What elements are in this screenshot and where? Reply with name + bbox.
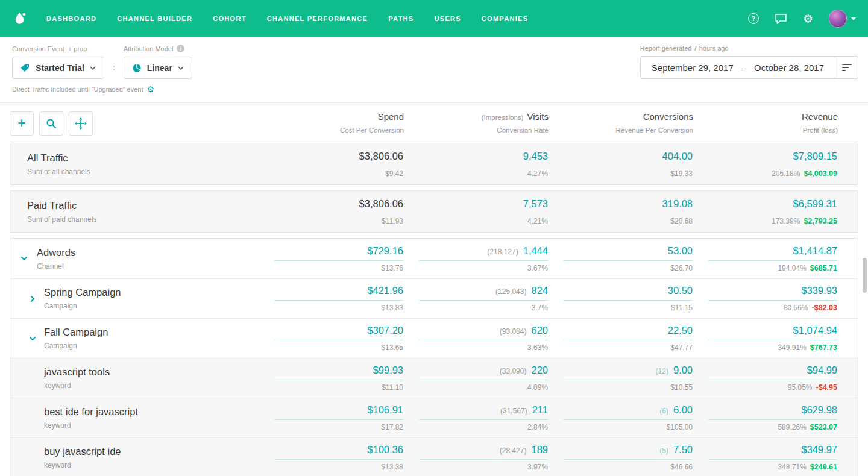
spend-value[interactable]: $421.96 (367, 285, 403, 296)
revenue-value[interactable]: $7,809.15 (793, 151, 837, 161)
column-title: Conversions (643, 111, 693, 122)
visits-cell: (31,567)2112.84% (403, 404, 548, 431)
revenue-value[interactable]: $94.99 (807, 365, 837, 375)
attribution-model-dropdown[interactable]: Linear (124, 57, 192, 79)
conversions-sub-value: $26.70 (548, 264, 693, 272)
row-sublabel: Campaign (44, 302, 259, 310)
nav-item-users[interactable]: USERS (434, 15, 461, 22)
visits-cell: 7,5734.21% (403, 198, 548, 225)
settings-gear-icon[interactable]: ⚙ (146, 84, 154, 94)
spend-value: $3,806.06 (359, 151, 403, 161)
table-row: Spring CampaignCampaign$421.96$13.83(125… (10, 278, 858, 318)
account-menu[interactable] (829, 10, 856, 28)
profit-value: $249.61 (810, 463, 837, 471)
conversions-sub-value: $19.33 (548, 169, 693, 178)
nav-item-paths[interactable]: PATHS (388, 15, 414, 22)
nav-item-channel-builder[interactable]: CHANNEL BUILDER (117, 15, 192, 22)
row-title[interactable]: Fall Campaign (44, 327, 259, 338)
revenue-value[interactable]: $1,414.87 (793, 245, 837, 256)
add-prop-link[interactable]: + prop (68, 45, 87, 52)
report-options-button[interactable] (835, 56, 858, 79)
reorder-button[interactable] (69, 111, 93, 136)
visits-value[interactable]: 7,573 (523, 198, 548, 209)
date-start: September 29, 2017 (652, 63, 734, 73)
revenue-value[interactable]: $629.98 (801, 404, 837, 415)
conversions-value[interactable]: 6.00 (673, 404, 693, 415)
conversions-value[interactable]: 22.50 (668, 325, 693, 336)
spend-value[interactable]: $729.16 (367, 245, 403, 256)
row-title[interactable]: Paid Traffic (27, 200, 259, 211)
help-icon[interactable]: ? (748, 13, 759, 24)
row-title[interactable]: All Traffic (27, 152, 259, 164)
column-headers: SpendCost Per Conversion(Impressions)Vis… (93, 111, 858, 134)
conversions-value[interactable]: 30.50 (668, 285, 693, 296)
row-title[interactable]: Spring Campaign (44, 287, 259, 298)
search-button[interactable] (39, 111, 63, 136)
nav-items: DASHBOARDCHANNEL BUILDERCOHORTCHANNEL PE… (46, 15, 528, 22)
row-title[interactable]: javascript tools (44, 366, 259, 378)
revenue-value[interactable]: $6,599.31 (793, 198, 837, 209)
revenue-cell: $94.9995.05%-$4.95 (693, 365, 837, 392)
visits-value[interactable]: 824 (531, 285, 548, 296)
nav-item-channel-performance[interactable]: CHANNEL PERFORMANCE (267, 15, 368, 22)
column-subtitle: Cost Per Conversion (259, 127, 404, 134)
revenue-cell: $349.97348.71%$249.61 (693, 444, 837, 471)
profit-percent: 194.04% (778, 264, 806, 272)
spend-value[interactable]: $307.20 (367, 325, 403, 336)
info-icon[interactable]: i (177, 45, 184, 52)
revenue-value[interactable]: $339.93 (801, 285, 837, 296)
chevron-right-icon[interactable] (28, 295, 37, 303)
add-channel-button[interactable]: + (10, 111, 34, 136)
conversions-value[interactable]: 7.50 (673, 444, 693, 455)
chevron-down-icon[interactable] (28, 334, 37, 343)
spend-sub-value: $13.65 (259, 343, 403, 352)
visits-value[interactable]: 1,444 (523, 245, 548, 256)
row-sublabel: Channel (37, 262, 259, 271)
top-nav: DASHBOARDCHANNEL BUILDERCOHORTCHANNEL PE… (0, 0, 868, 37)
nav-item-cohort[interactable]: COHORT (213, 15, 246, 22)
filter-bar: Conversion Event + prop Started Trial : … (0, 37, 868, 103)
nav-item-dashboard[interactable]: DASHBOARD (46, 15, 96, 22)
visits-sub-value: 3.67% (403, 264, 548, 272)
revenue-value[interactable]: $349.97 (801, 444, 837, 455)
gear-icon[interactable]: ⚙ (803, 13, 813, 25)
attribution-logo[interactable] (12, 11, 27, 27)
vertical-scrollbar[interactable] (863, 258, 867, 293)
profit-percent: 95.05% (788, 383, 813, 392)
visits-value[interactable]: 620 (531, 325, 548, 336)
spend-cell: $307.20$13.65 (259, 325, 403, 352)
move-icon (75, 117, 87, 130)
row-title[interactable]: best ide for javascript (44, 406, 259, 418)
chat-icon[interactable] (775, 13, 787, 25)
conversions-value[interactable]: 319.08 (662, 198, 693, 209)
visits-value[interactable]: 9,453 (523, 151, 548, 161)
row-title[interactable]: Adwords (37, 247, 259, 258)
spend-value[interactable]: $100.36 (367, 444, 403, 455)
visits-value[interactable]: 211 (532, 404, 548, 415)
column-header-conversions: ConversionsRevenue Per Conversion (549, 111, 693, 134)
spend-value[interactable]: $106.91 (367, 404, 403, 415)
avatar[interactable] (829, 10, 847, 28)
spend-sub-value: $11.93 (259, 217, 403, 225)
conversions-sub-value: $46.66 (548, 463, 693, 471)
nav-item-companies[interactable]: COMPANIES (482, 15, 529, 22)
spend-value[interactable]: $99.93 (373, 365, 403, 375)
report-controls: Report generated 7 hours ago September 2… (640, 45, 858, 79)
conversions-value[interactable]: 9.00 (673, 365, 693, 375)
chevron-down-icon[interactable] (20, 254, 28, 263)
date-range-picker[interactable]: September 29, 2017 – October 28, 2017 (640, 56, 835, 79)
conversions-sub-value: $20.68 (548, 217, 693, 225)
column-title: Visits (527, 111, 549, 122)
conversions-value[interactable]: 404.00 (662, 151, 693, 161)
visits-value[interactable]: 189 (531, 444, 548, 455)
profit-value: $685.71 (810, 264, 837, 272)
row-title[interactable]: buy javascript ide (44, 446, 259, 457)
column-subtitle: Conversion Rate (404, 127, 549, 134)
logo-flame-icon (12, 11, 27, 27)
conversions-cell: (12)9.00$10.55 (548, 365, 693, 392)
conversion-event-dropdown[interactable]: Started Trial (12, 57, 104, 79)
visits-value[interactable]: 220 (531, 365, 548, 375)
revenue-value[interactable]: $1,074.94 (793, 325, 837, 336)
revenue-cell: $339.9380.56%-$82.03 (693, 285, 837, 312)
conversions-value[interactable]: 53.00 (668, 245, 693, 256)
